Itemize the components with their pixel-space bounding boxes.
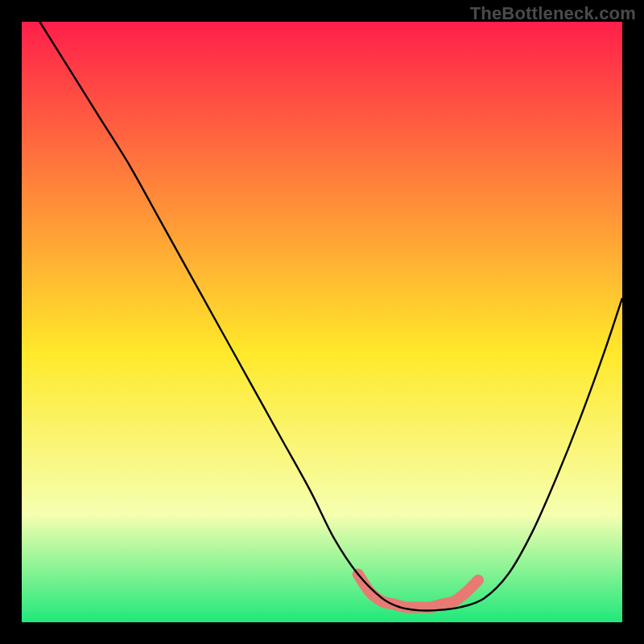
chart-area bbox=[22, 22, 622, 622]
watermark-text: TheBottleneck.com bbox=[470, 3, 636, 24]
frame: TheBottleneck.com bbox=[0, 0, 644, 644]
bottleneck-chart bbox=[22, 22, 622, 622]
